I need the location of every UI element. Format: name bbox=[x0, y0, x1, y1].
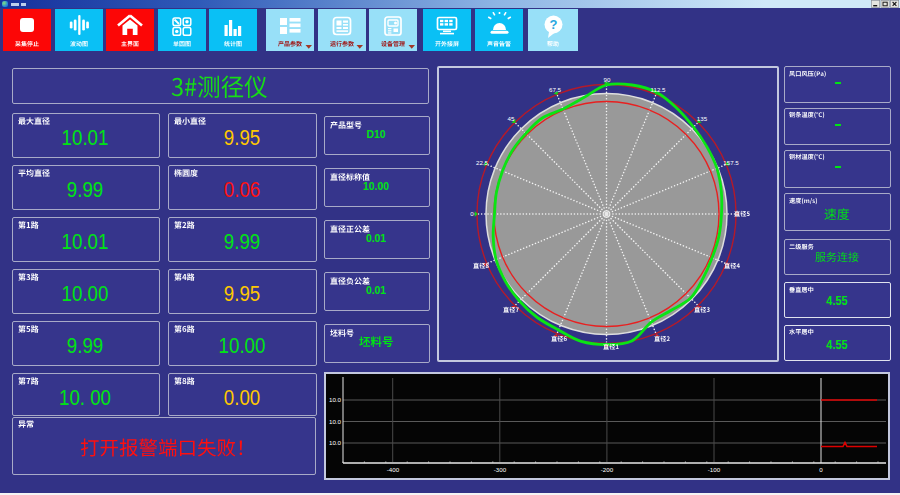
svg-text:9.95: 9.95 bbox=[223, 282, 259, 305]
svg-text:22.5: 22.5 bbox=[476, 159, 489, 166]
svg-text:-200: -200 bbox=[601, 466, 614, 473]
svg-text:?: ? bbox=[550, 17, 558, 32]
svg-text:10.00: 10.00 bbox=[62, 282, 109, 305]
svg-text:-300: -300 bbox=[494, 466, 507, 473]
svg-text:D10: D10 bbox=[367, 127, 386, 140]
svg-text:10. 00: 10. 00 bbox=[59, 386, 111, 409]
svg-text:0: 0 bbox=[470, 210, 474, 217]
svg-text:9.99: 9.99 bbox=[67, 178, 103, 201]
svg-text:10.0: 10.0 bbox=[329, 439, 342, 446]
svg-text:112.5: 112.5 bbox=[650, 86, 666, 93]
svg-text:10.01: 10.01 bbox=[62, 126, 109, 149]
svg-text:-400: -400 bbox=[386, 466, 399, 473]
svg-text:0: 0 bbox=[819, 466, 823, 473]
svg-text:0.01: 0.01 bbox=[366, 283, 386, 296]
svg-text:157.5: 157.5 bbox=[723, 159, 739, 166]
svg-text:67.5: 67.5 bbox=[549, 86, 562, 93]
svg-text:45: 45 bbox=[508, 115, 515, 122]
svg-text:-100: -100 bbox=[708, 466, 721, 473]
svg-text:0.00: 0.00 bbox=[223, 386, 259, 409]
svg-text:0.01: 0.01 bbox=[366, 231, 386, 244]
svg-text:135: 135 bbox=[696, 115, 707, 122]
svg-text:4.55: 4.55 bbox=[826, 336, 847, 351]
svg-text:0.06: 0.06 bbox=[223, 178, 259, 201]
svg-text:90: 90 bbox=[603, 76, 610, 83]
svg-text:9.99: 9.99 bbox=[67, 334, 103, 357]
svg-text:10.0: 10.0 bbox=[329, 418, 342, 425]
svg-text:4.55: 4.55 bbox=[826, 293, 847, 308]
svg-text:10.00: 10.00 bbox=[363, 179, 389, 192]
svg-text:9.99: 9.99 bbox=[223, 230, 259, 253]
svg-text:10.01: 10.01 bbox=[62, 230, 109, 253]
svg-text:10.00: 10.00 bbox=[218, 334, 265, 357]
svg-text:10.0: 10.0 bbox=[329, 396, 342, 403]
svg-text:9.95: 9.95 bbox=[223, 126, 259, 149]
